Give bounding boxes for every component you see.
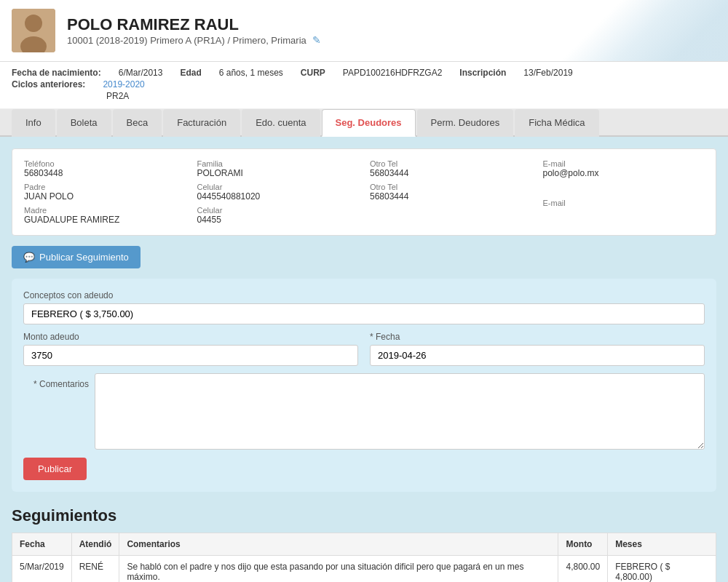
celular-padre-value: 0445540881020 (197, 191, 359, 202)
age-value: 6 años, 1 meses (219, 68, 283, 78)
padre-label: Padre (24, 183, 186, 191)
familia-item: Familia POLORAMI Celular 0445540881020 C… (197, 159, 359, 225)
seguimientos-header-row: Fecha Atendió Comentarios Monto Meses (12, 533, 716, 556)
tab-facturacion[interactable]: Facturación (163, 109, 240, 137)
otro-tel2-label: Otro Tel (370, 183, 531, 191)
col-atendio: Atendió (71, 533, 119, 556)
curp-value: PAPD100216HDFRZGA2 (343, 68, 443, 78)
fecha-group: * Fecha (370, 332, 705, 366)
ciclos-link[interactable]: 2019-2020 (103, 79, 144, 89)
student-name: POLO RAMIREZ RAUL (67, 15, 321, 34)
textarea-wrapper (95, 373, 705, 452)
birth-label: Fecha de nacimiento: (12, 68, 101, 78)
tab-boleta[interactable]: Boleta (57, 109, 111, 137)
email-value: polo@polo.mx (543, 168, 705, 178)
seguimientos-thead: Fecha Atendió Comentarios Monto Meses (12, 533, 716, 556)
celular-madre-label: Celular (197, 206, 359, 215)
cell-comentarios: Se habló con el padre y nos dijo que est… (119, 556, 558, 583)
otro-tel-value: 56803444 (370, 168, 531, 178)
col-fecha: Fecha (12, 533, 72, 556)
publish-seguimiento-button[interactable]: 💬 Publicar Seguimiento (12, 246, 141, 268)
padre-value: JUAN POLO (24, 191, 186, 202)
comentarios-textarea[interactable] (95, 373, 705, 450)
seguimientos-title: Seguimientos (12, 506, 716, 525)
fecha-label: * Fecha (370, 332, 705, 342)
celular-padre-label: Celular (197, 183, 359, 191)
otro-tel-item: Otro Tel 56803444 Otro Tel 56803444 (370, 159, 531, 225)
monto-fecha-row: Monto adeudo * Fecha (23, 332, 705, 373)
ciclos-sub: PR2A (12, 91, 716, 101)
meta-bar: Fecha de nacimiento: 6/Mar/2013 Edad 6 a… (0, 62, 728, 109)
svg-point-1 (25, 15, 42, 32)
tab-perm-deudores[interactable]: Perm. Deudores (417, 109, 514, 137)
inscripcion-value: 13/Feb/2019 (523, 68, 572, 78)
comentarios-row: * Comentarios (23, 373, 705, 452)
telefono-value: 56803448 (24, 168, 186, 178)
submit-label: Publicar (38, 463, 72, 474)
submit-button[interactable]: Publicar (23, 458, 87, 480)
tab-info[interactable]: Info (12, 109, 55, 137)
otro-tel-label: Otro Tel (370, 159, 531, 168)
celular-madre-value: 04455 (197, 215, 359, 225)
monto-label: Monto adeudo (23, 332, 358, 342)
conceptos-group: Conceptos con adeudo (23, 290, 705, 324)
conceptos-input[interactable] (23, 303, 705, 324)
madre-value: GUADALUPE RAMIREZ (24, 215, 186, 225)
tab-edo-cuenta[interactable]: Edo. cuenta (242, 109, 320, 137)
inscripcion-label: Inscripción (459, 68, 506, 78)
edit-icon[interactable]: ✎ (312, 34, 321, 46)
main-content: Teléfono 56803448 Padre JUAN POLO Madre … (0, 137, 728, 582)
birth-value: 6/Mar/2013 (119, 68, 163, 78)
seguimientos-table: Fecha Atendió Comentarios Monto Meses 5/… (12, 533, 716, 582)
col-comentarios: Comentarios (119, 533, 558, 556)
header-section: POLO RAMIREZ RAUL 10001 (2018-2019) Prim… (0, 0, 728, 62)
email-label: E-mail (543, 159, 705, 168)
contact-grid: Teléfono 56803448 Padre JUAN POLO Madre … (24, 159, 704, 225)
publish-seguimiento-label: Publicar Seguimiento (39, 252, 129, 263)
fecha-input[interactable] (370, 345, 705, 366)
student-subtitle-text: 10001 (2018-2019) Primero A (PR1A) / Pri… (67, 35, 306, 46)
comentarios-label: * Comentarios (23, 373, 89, 389)
monto-input[interactable] (23, 345, 358, 366)
seguimientos-section: Seguimientos Fecha Atendió Comentarios M… (12, 506, 716, 582)
tab-seg-deudores[interactable]: Seg. Deudores (322, 109, 416, 137)
curp-label: CURP (301, 68, 325, 78)
contact-card: Teléfono 56803448 Padre JUAN POLO Madre … (12, 148, 716, 236)
comment-icon: 💬 (23, 252, 35, 263)
student-subtitle: 10001 (2018-2019) Primero A (PR1A) / Pri… (67, 34, 321, 46)
tab-beca[interactable]: Beca (113, 109, 162, 137)
monto-group: Monto adeudo (23, 332, 358, 366)
header-info: POLO RAMIREZ RAUL 10001 (2018-2019) Prim… (67, 15, 321, 46)
cell-monto: 4,800.00 (558, 556, 608, 583)
form-card: Conceptos con adeudo Monto adeudo * Fech… (12, 279, 716, 492)
table-row: 5/Mar/2019 RENÉ Se habló con el padre y … (12, 556, 716, 583)
col-monto: Monto (558, 533, 608, 556)
cell-fecha: 5/Mar/2019 (12, 556, 72, 583)
tab-ficha-medica[interactable]: Ficha Médica (515, 109, 598, 137)
tabs-container: Info Boleta Beca Facturación Edo. cuenta… (0, 109, 728, 137)
seguimientos-tbody: 5/Mar/2019 RENÉ Se habló con el padre y … (12, 556, 716, 583)
ciclos-label: Ciclos anteriores: (12, 79, 85, 89)
telefono-item: Teléfono 56803448 Padre JUAN POLO Madre … (24, 159, 186, 225)
otro-tel2-value: 56803444 (370, 191, 531, 202)
col-meses: Meses (608, 533, 716, 556)
avatar (12, 9, 55, 52)
email2-label: E-mail (543, 199, 705, 207)
conceptos-label: Conceptos con adeudo (23, 290, 705, 300)
cell-atendio: RENÉ (71, 556, 119, 583)
age-label: Edad (180, 68, 201, 78)
madre-label: Madre (24, 206, 186, 215)
cell-meses: FEBRERO ( $ 4,800.00) (608, 556, 716, 583)
email-item: E-mail polo@polo.mx E-mail (543, 159, 705, 225)
telefono-label: Teléfono (24, 159, 186, 168)
familia-value: POLORAMI (197, 168, 359, 178)
familia-label: Familia (197, 159, 359, 168)
